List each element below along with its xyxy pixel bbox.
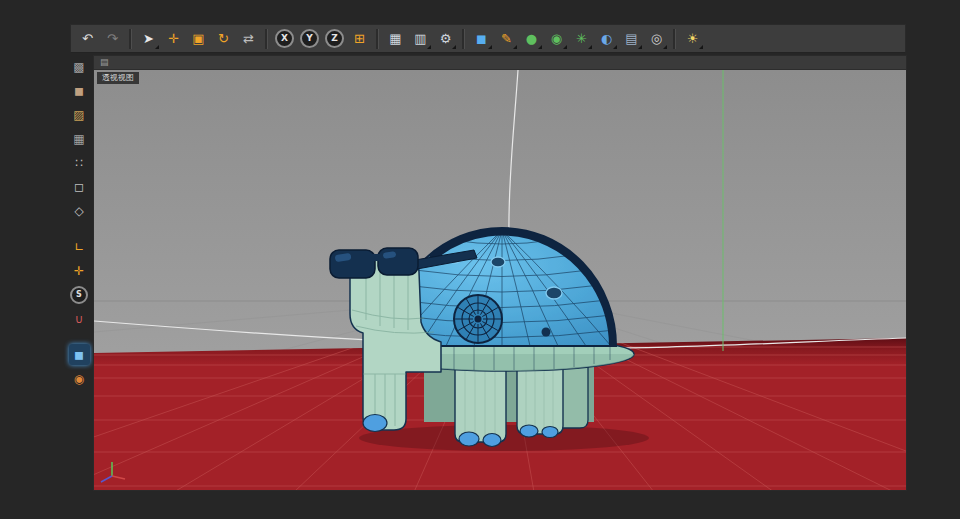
magnet-button[interactable]: ∪	[69, 308, 90, 329]
scene-3d[interactable]	[94, 70, 906, 490]
last-tool-button[interactable]: ⇄	[237, 27, 260, 50]
rotate-icon: ↻	[218, 32, 229, 45]
turtle-toe	[459, 432, 479, 446]
lock-z-button[interactable]: Z	[323, 27, 346, 50]
highlight-cube-icon: ◼	[74, 349, 84, 361]
render-view-button[interactable]: ▦	[384, 27, 407, 50]
coord-system-icon: ⊞	[354, 32, 365, 45]
redo-button[interactable]: ↷	[101, 27, 124, 50]
render-picture-viewer-button[interactable]: ▥	[409, 27, 432, 50]
texture-mode-icon: ▨	[73, 109, 84, 121]
render-settings-button[interactable]: ⚙	[434, 27, 457, 50]
camera-icon: ◎	[651, 32, 662, 45]
points-mode-icon: ∷	[75, 157, 83, 169]
wireframe-sphere-button[interactable]: ◉	[69, 368, 90, 389]
sunglasses-lens	[378, 248, 418, 275]
turtle-toe	[542, 427, 558, 438]
edges-mode-icon: ◻	[74, 181, 84, 193]
model-mode-button[interactable]: ◼	[69, 80, 90, 101]
y-axis-icon: Y	[300, 29, 319, 48]
toolbar-divider	[265, 29, 268, 49]
snap-button[interactable]: S	[69, 284, 90, 305]
environment-button[interactable]: ◐	[595, 27, 618, 50]
viewport-menu-icon[interactable]: ▤	[100, 58, 109, 67]
shell-dot	[542, 328, 551, 337]
workplane-mode-button[interactable]: ▦	[69, 128, 90, 149]
viewport-label[interactable]: 透视视图	[97, 72, 139, 84]
magnet-icon: ∪	[75, 313, 84, 325]
floor-button[interactable]: ▤	[620, 27, 643, 50]
turtle-toe	[520, 425, 538, 437]
axis-tool-button[interactable]: ✛	[69, 260, 90, 281]
spline-pen-button[interactable]: ✎	[495, 27, 518, 50]
undo-button[interactable]: ↶	[76, 27, 99, 50]
viewport-panel: ▤ 透视视图	[94, 56, 906, 490]
mode-toolbar: ▩ ◼ ▨ ▦ ∷ ◻ ◇ ∟ ✛ S ∪ ◼	[66, 56, 92, 456]
turtle-toe	[363, 415, 387, 432]
toolbar-divider	[376, 29, 379, 49]
x-axis-icon: X	[275, 29, 294, 48]
toolbar-divider	[462, 29, 465, 49]
rotate-tool-button[interactable]: ↻	[212, 27, 235, 50]
move-tool-button[interactable]: ✛	[162, 27, 185, 50]
shell-spot	[491, 257, 505, 267]
light-button[interactable]: ☀	[681, 27, 704, 50]
lock-y-button[interactable]: Y	[298, 27, 321, 50]
viewport-menubar: ▤	[94, 56, 906, 70]
add-cube-button[interactable]: ◼	[470, 27, 493, 50]
live-selection-icon: ➤	[143, 32, 154, 45]
toolbar-divider	[673, 29, 676, 49]
spline-pen-icon: ✎	[501, 32, 512, 45]
app-window: ↶ ↷ ➤ ✛ ▣ ↻ ⇄ X Y Z ⊞ ▦	[0, 0, 960, 519]
redo-icon: ↷	[107, 32, 118, 45]
axis-icon: ∟	[74, 241, 84, 253]
deformer-button[interactable]: ◉	[545, 27, 568, 50]
render-picture-icon: ▥	[414, 32, 426, 45]
z-axis-icon: Z	[325, 29, 344, 48]
scale-icon: ▣	[192, 32, 204, 45]
polygons-mode-icon: ◇	[74, 205, 83, 217]
sunglasses-bridge	[370, 254, 382, 261]
live-selection-button[interactable]: ➤	[137, 27, 160, 50]
undo-icon: ↶	[82, 32, 93, 45]
generator-button[interactable]: ✳	[570, 27, 593, 50]
shell-circle-pattern	[454, 295, 502, 343]
axis-lock-icon: ✛	[74, 265, 84, 277]
texture-mode-button[interactable]: ▨	[69, 104, 90, 125]
main-toolbar: ↶ ↷ ➤ ✛ ▣ ↻ ⇄ X Y Z ⊞ ▦	[70, 24, 906, 53]
subdivision-surface-icon: ●	[526, 32, 537, 45]
move-icon: ✛	[168, 32, 179, 45]
convert-object-button[interactable]: ▩	[69, 56, 90, 77]
toolbar-divider	[129, 29, 132, 49]
turtle-toe	[483, 434, 501, 447]
enable-axis-button[interactable]: ∟	[69, 236, 90, 257]
environment-icon: ◐	[601, 32, 612, 45]
camera-button[interactable]: ◎	[645, 27, 668, 50]
model-mode-icon: ◼	[74, 85, 84, 97]
snap-icon: S	[70, 286, 88, 304]
floor-icon: ▤	[625, 32, 637, 45]
lock-x-button[interactable]: X	[273, 27, 296, 50]
viewport-canvas[interactable]: 透视视图	[94, 70, 906, 490]
deformer-icon: ◉	[551, 32, 562, 45]
sunglasses-lens	[330, 250, 375, 278]
generator-icon: ✳	[576, 32, 587, 45]
coord-system-button[interactable]: ⊞	[348, 27, 371, 50]
scale-tool-button[interactable]: ▣	[187, 27, 210, 50]
workplane-icon: ▦	[73, 133, 84, 145]
wireframe-sphere-icon: ◉	[74, 373, 84, 385]
light-icon: ☀	[687, 32, 699, 45]
edges-mode-button[interactable]: ◻	[69, 176, 90, 197]
points-mode-button[interactable]: ∷	[69, 152, 90, 173]
render-view-icon: ▦	[389, 32, 401, 45]
turtle-leg-middle	[455, 360, 506, 447]
cube-primitive-icon: ◼	[476, 32, 487, 45]
polygons-mode-button[interactable]: ◇	[69, 200, 90, 221]
subdivision-surface-button[interactable]: ●	[520, 27, 543, 50]
last-tool-icon: ⇄	[243, 32, 254, 45]
make-editable-icon: ▩	[73, 61, 84, 73]
shell-spot	[546, 287, 562, 299]
render-settings-icon: ⚙	[440, 32, 452, 45]
active-mode-button[interactable]: ◼	[69, 344, 90, 365]
